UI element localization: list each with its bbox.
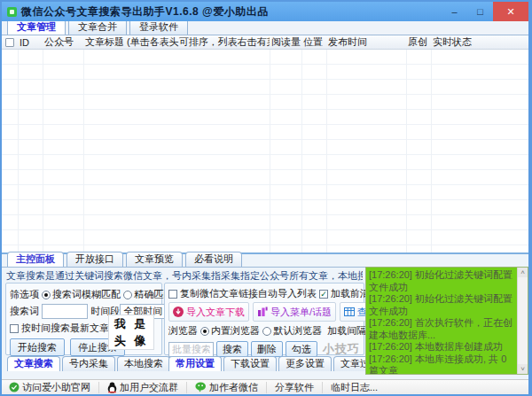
tab-article-merge[interactable]: 文章合并 <box>68 21 127 35</box>
keyword-label: 搜索词 <box>10 305 39 318</box>
tips-link[interactable]: 小技巧 <box>323 341 360 357</box>
app-window: 微信公众号文章搜索导出助手V1.6.8 @爱小助出品 – □ ✕ 文章管理 文章… <box>0 0 532 396</box>
log-line: [17:26:20] 本地数据库创建成功 <box>369 341 516 353</box>
scroll-down-icon[interactable]: ˅ <box>518 364 528 374</box>
tab-article-search[interactable]: 文章搜索 <box>7 356 60 371</box>
auto-import-checkbox[interactable] <box>168 290 177 299</box>
log-lines: [17:26:20] 初始化过滤关键词配置文件成功 [17:26:20] 初始化… <box>366 268 517 374</box>
menu-topic-icon <box>257 307 268 317</box>
log-line: [17:26:20] 初始化过滤关键词配置文件成功 <box>369 293 516 317</box>
visit-website-link[interactable]: 访问爱小助官网 <box>7 382 99 393</box>
auto-import-label: 复制微信文章链接自动导入列表 <box>180 287 317 300</box>
tutorial-grid-icon <box>344 307 355 317</box>
tab-download-settings[interactable]: 下载设置 <box>223 356 277 371</box>
log-panel: [17:26:20] 初始化过滤关键词配置文件成功 [17:26:20] 初始化… <box>365 267 528 375</box>
import-menu-topic-button[interactable]: 导入菜单/话题 <box>253 302 336 322</box>
column-reads[interactable]: 阅读量 <box>270 35 301 49</box>
default-browser-radio[interactable] <box>262 327 271 336</box>
close-button[interactable]: ✕ <box>493 2 528 21</box>
download-icon <box>173 307 184 317</box>
column-publish-time[interactable]: 发布时间 <box>326 35 406 49</box>
column-title[interactable]: 文章标题 (单击各表头可排序，列表右击有菜单) <box>83 35 270 49</box>
tab-article-manage[interactable]: 文章管理 <box>7 21 66 35</box>
column-original[interactable]: 原创 <box>406 35 431 49</box>
temp-log-button[interactable]: 临时日志... <box>323 382 386 393</box>
column-account[interactable]: 公众号 <box>43 35 83 49</box>
app-icon <box>7 7 17 17</box>
search-by-time-label: 按时间搜索最新文章 <box>21 322 109 335</box>
batch-check-button[interactable]: 勾选 <box>286 341 317 357</box>
log-line: [17:26:20] 本地库连接成功, 共 0 篇文章 <box>369 353 516 375</box>
column-id[interactable]: ID <box>18 37 43 48</box>
check-circle-icon <box>9 382 20 392</box>
tab-open-api[interactable]: 开放接口 <box>66 252 123 267</box>
add-author-wechat-link[interactable]: 加作者微信 <box>187 382 267 393</box>
keyword-input[interactable] <box>42 304 88 319</box>
tab-local-search[interactable]: 本地搜索 <box>117 356 170 371</box>
start-search-button[interactable]: 开始搜索 <box>10 338 65 356</box>
batch-search-button[interactable]: 搜索 <box>216 341 248 357</box>
maximize-button[interactable]: □ <box>467 2 493 21</box>
fuzzy-match-label: 搜索词模糊匹配 <box>52 288 121 301</box>
article-table-header: ID 公众号 文章标题 (单击各表头可排序，列表右击有菜单) 阅读量 位置 发布… <box>2 35 528 50</box>
panel-description: 文章搜索是通过关键词搜索微信文章，号内采集指采集指定公众号所有文章，本地搜索指从… <box>6 269 363 283</box>
main-tab-bar: 文章管理 文章合并 登录软件 <box>2 21 528 35</box>
exact-match-radio[interactable] <box>123 291 132 299</box>
default-browser-label: 默认浏览器 <box>273 324 322 338</box>
wechat-icon <box>195 382 207 392</box>
window-title: 微信公众号文章搜索导出助手V1.6.8 @爱小助出品 <box>21 4 269 19</box>
status-bar: 访问爱小助官网 加用户交流群 加作者微信 分享软件 临时日志... <box>2 379 528 394</box>
minimize-button[interactable]: – <box>442 2 467 21</box>
settings-groupbox: 复制微信文章链接自动导入列表 ✓ 加载前清空列表 导入文章下载 导入菜单/话题 … <box>164 283 364 355</box>
column-position[interactable]: 位置 <box>301 35 326 49</box>
join-qq-group-link[interactable]: 加用户交流群 <box>99 382 187 393</box>
log-scrollbar[interactable]: ˄ ˅ <box>517 268 528 374</box>
builtin-browser-label: 内置浏览器 <box>211 324 260 338</box>
tab-more-settings[interactable]: 更多设置 <box>278 356 332 371</box>
scroll-up-icon[interactable]: ˄ <box>518 268 528 277</box>
panel-tab-bar: 主控面板 开放接口 文章预览 必看说明 <box>2 254 528 268</box>
search-by-time-checkbox[interactable] <box>10 324 19 333</box>
browser-label: 浏览器 <box>168 324 198 338</box>
tab-main-panel[interactable]: 主控面板 <box>7 252 64 267</box>
log-line: [17:26:20] 首次执行软件，正在创建本地数据库... <box>369 317 516 341</box>
tab-article-preview[interactable]: 文章预览 <box>126 252 183 267</box>
column-status[interactable]: 实时状态 <box>431 35 528 49</box>
search-mode-tab-bar: 文章搜索 号内采集 本地搜索 <box>7 357 172 371</box>
log-line: [17:26:20] 初始化过滤关键词配置文件成功 <box>369 269 516 293</box>
tab-common-settings[interactable]: 常用设置 <box>168 356 222 371</box>
builtin-browser-radio[interactable] <box>200 327 209 336</box>
tab-account-collect[interactable]: 号内采集 <box>62 356 115 371</box>
qq-penguin-icon <box>107 382 117 393</box>
tab-login-software[interactable]: 登录软件 <box>129 21 188 35</box>
control-section: 主控面板 开放接口 文章预览 必看说明 文章搜索是通过关键词搜索微信文章，号内采… <box>2 254 528 379</box>
clear-before-load-checkbox[interactable]: ✓ <box>319 290 328 299</box>
batch-input[interactable] <box>168 342 214 357</box>
tab-must-read[interactable]: 必看说明 <box>185 252 242 267</box>
import-article-download-button[interactable]: 导入文章下载 <box>168 302 249 322</box>
titlebar: 微信公众号文章搜索导出助手V1.6.8 @爱小助出品 – □ ✕ <box>2 2 528 21</box>
fuzzy-match-radio[interactable] <box>42 291 51 299</box>
batch-delete-button[interactable]: 删除 <box>251 341 283 357</box>
search-groupbox: 筛选项 搜索词模糊匹配 精确匹配 两者区别 搜索词 时间段 全部时间 ∨ 按时间… <box>5 283 162 355</box>
filter-label: 筛选项 <box>10 288 39 301</box>
share-software-link[interactable]: 分享软件 <box>267 382 323 393</box>
select-all-checkbox[interactable] <box>5 38 14 47</box>
avatar[interactable]: 我 是 头 像 <box>108 314 154 350</box>
article-table-body <box>2 50 528 252</box>
